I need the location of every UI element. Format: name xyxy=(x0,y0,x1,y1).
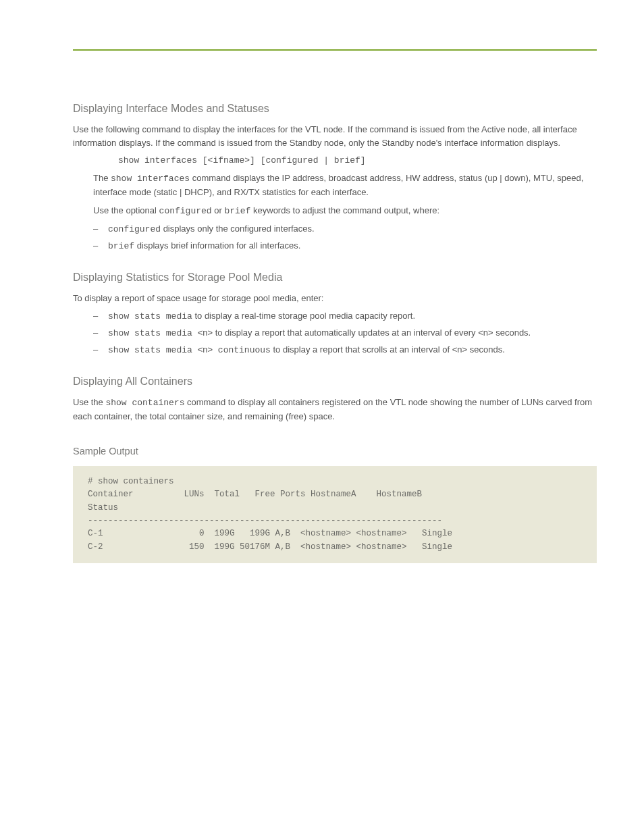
bullet-body: brief displays brief information for all… xyxy=(108,239,597,253)
bullet-brief: – brief displays brief information for a… xyxy=(93,239,597,253)
heading-containers: Displaying All Containers xyxy=(73,373,597,390)
text-run: displays only the configured interfaces. xyxy=(161,224,315,234)
inline-code: brief xyxy=(108,241,134,251)
inline-code: brief xyxy=(224,206,250,216)
page: Displaying Interface Modes and Statuses … xyxy=(0,49,644,834)
bullet-stats-media: – show stats media to display a real-tim… xyxy=(93,309,597,323)
text-run: Use the optional xyxy=(93,205,159,215)
bullet-marker: – xyxy=(93,222,108,236)
text-run: <n> xyxy=(198,328,213,338)
bullet-body: configured displays only the configured … xyxy=(108,222,597,236)
text-run: keywords to adjust the command output, w… xyxy=(250,205,439,215)
text-run: to display a report that automatically u… xyxy=(213,328,478,338)
text-run: Use the xyxy=(73,397,105,407)
inline-code: configured xyxy=(108,224,161,234)
subheading-sample-output: Sample Output xyxy=(73,444,597,459)
bullet-marker: – xyxy=(93,343,108,357)
bullet-body: show stats media <n> continuous to displ… xyxy=(108,343,597,357)
text-run: to display a real-time storage pool medi… xyxy=(192,311,415,321)
bullet-marker: – xyxy=(93,239,108,253)
inline-code: show containers xyxy=(105,398,184,408)
bullet-stats-media-continuous: – show stats media <n> continuous to dis… xyxy=(93,343,597,357)
heading-display-interfaces: Displaying Interface Modes and Statuses xyxy=(73,101,597,118)
bullet-body: show stats media to display a real-time … xyxy=(108,309,597,323)
inline-code: show stats media xyxy=(108,311,192,321)
bullet-stats-media-n: – show stats media <n> to display a repo… xyxy=(93,326,597,340)
para-show-interfaces-desc: The show interfaces command displays the… xyxy=(93,172,597,199)
inline-code: continuous xyxy=(213,345,271,355)
content-area: Displaying Interface Modes and Statuses … xyxy=(0,51,644,563)
para-containers-desc: Use the show containers command to displ… xyxy=(73,396,597,423)
text-run: or xyxy=(212,205,225,215)
para-options-intro: Use the optional configured or brief key… xyxy=(93,204,597,218)
para-stats-intro: To display a report of space usage for s… xyxy=(73,292,597,305)
cmd-show-interfaces: show interfaces [<ifname>] [configured |… xyxy=(118,154,597,167)
inline-code: show stats media xyxy=(108,345,198,355)
para-intro-interfaces: Use the following command to display the… xyxy=(73,123,597,150)
text-run: <n> xyxy=(198,344,213,355)
text-run: <n> xyxy=(478,328,493,338)
text-run: The xyxy=(93,173,111,183)
bullet-marker: – xyxy=(93,326,108,340)
heading-stats-media: Displaying Statistics for Storage Pool M… xyxy=(73,269,597,286)
text-run: displays brief information for all inter… xyxy=(134,240,300,251)
inline-code: configured xyxy=(159,206,212,216)
bullet-body: show stats media <n> to display a report… xyxy=(108,326,597,340)
text-run: <n> xyxy=(452,344,467,355)
text-run: seconds. xyxy=(493,328,531,338)
text-run: seconds. xyxy=(467,344,505,355)
inline-code: show interfaces xyxy=(111,174,190,184)
code-block-containers: # show containers Container LUNs Total F… xyxy=(73,466,597,563)
inline-code: show stats media xyxy=(108,328,198,338)
bullet-marker: – xyxy=(93,309,108,323)
bullet-configured: – configured displays only the configure… xyxy=(93,222,597,236)
text-run: to display a report that scrolls at an i… xyxy=(271,344,452,355)
